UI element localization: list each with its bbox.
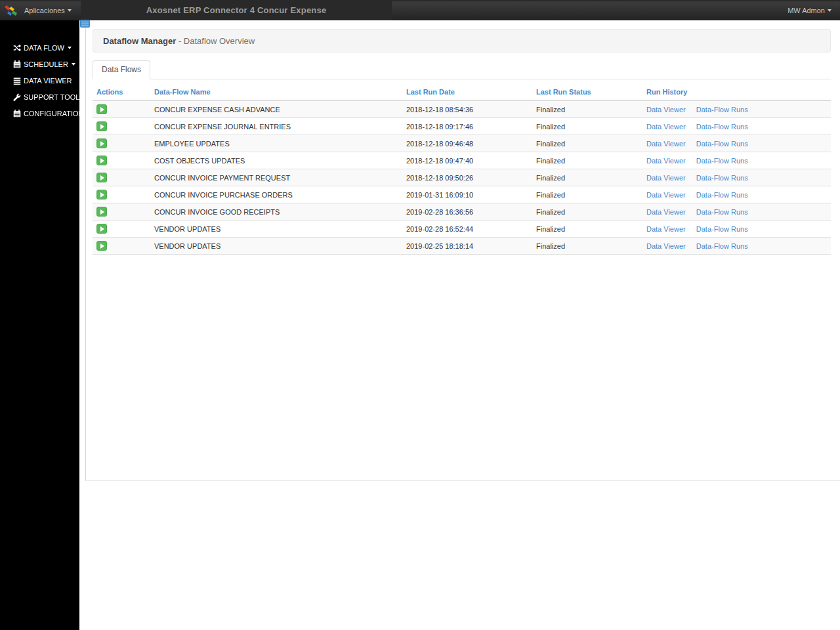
last-run-date-cell: 2019-02-25 18:18:14 [402,238,532,255]
run-dataflow-button[interactable] [96,207,107,217]
last-run-status-cell: Finalized [532,152,642,169]
data-flows-panel: Actions Data-Flow Name Last Run Date Las… [93,79,831,255]
play-icon [100,158,104,163]
page-subtitle: Dataflow Overview [184,36,255,46]
data-flow-runs-link[interactable]: Data-Flow Runs [696,191,748,199]
data-flow-runs-link[interactable]: Data-Flow Runs [696,242,748,250]
app-title: Axosnet ERP Connector 4 Concur Expense [146,5,327,15]
run-dataflow-button[interactable] [96,138,107,148]
chevron-down-icon [87,112,91,115]
dataflow-name-cell: CONCUR EXPENSE JOURNAL ENTRIES [150,118,402,135]
run-dataflow-button[interactable] [96,121,107,131]
play-icon [100,209,104,215]
last-run-status-cell: Finalized [532,238,642,255]
navbar-brand-panel: Axosnet ERP Connector 4 Concur Expense [81,0,392,20]
dataflow-name-cell: CONCUR INVOICE GOOD RECEIPTS [150,203,402,220]
data-viewer-link[interactable]: Data Viewer [646,106,686,114]
play-icon [100,124,104,129]
table-row: CONCUR EXPENSE JOURNAL ENTRIES 2018-12-1… [93,118,831,135]
data-viewer-link[interactable]: Data Viewer [646,140,686,148]
run-dataflow-button[interactable] [96,224,107,234]
run-dataflow-button[interactable] [96,173,107,182]
sidebar-item-support-tools[interactable]: SUPPORT TOOLS [0,89,79,105]
sidebar: DATA FLOW SCHEDULER DATA VIEWER SUPPORT … [0,0,79,630]
data-flow-runs-link[interactable]: Data-Flow Runs [696,106,748,114]
dataflow-name-cell: VENDOR UPDATES [150,220,402,238]
user-menu-label: MW Admon [788,7,825,14]
data-flow-runs-link[interactable]: Data-Flow Runs [696,225,748,233]
dataflow-name-cell: VENDOR UPDATES [150,238,402,255]
table-row: CONCUR INVOICE GOOD RECEIPTS 2019-02-28 … [93,203,831,220]
sidebar-toggle-button[interactable] [80,20,90,28]
chevron-down-icon [68,9,72,12]
chevron-down-icon [828,9,831,12]
tab-bar: Data Flows [93,60,831,79]
column-header-actions[interactable]: Actions [93,84,150,100]
last-run-date-cell: 2019-02-28 16:52:44 [402,220,532,238]
last-run-date-cell: 2019-02-28 16:36:56 [402,203,532,220]
dataflows-table: Actions Data-Flow Name Last Run Date Las… [93,84,831,255]
data-flow-runs-link[interactable]: Data-Flow Runs [696,140,748,148]
last-run-status-cell: Finalized [532,100,642,118]
chevron-down-icon [72,63,75,66]
play-icon [100,226,104,232]
column-header-dataflow-name[interactable]: Data-Flow Name [150,84,402,100]
last-run-status-cell: Finalized [532,135,642,152]
dataflow-name-cell: EMPLOYEE UPDATES [150,135,402,152]
data-flow-runs-link[interactable]: Data-Flow Runs [696,208,748,216]
run-dataflow-button[interactable] [96,190,107,200]
applications-menu-label: Aplicaciones [24,7,65,14]
data-viewer-link[interactable]: Data Viewer [646,225,686,233]
calendar-icon [13,60,21,68]
last-run-status-cell: Finalized [532,203,642,220]
last-run-date-cell: 2019-01-31 16:09:10 [402,186,532,203]
column-header-run-history[interactable]: Run History [642,84,831,100]
data-viewer-link[interactable]: Data Viewer [646,208,686,216]
last-run-date-cell: 2018-12-18 09:17:46 [402,118,532,135]
run-dataflow-button[interactable] [96,104,107,114]
data-flow-runs-link[interactable]: Data-Flow Runs [696,123,748,131]
list-icon [13,77,21,85]
page-title-separator: - [176,36,184,46]
column-header-last-run-date[interactable]: Last Run Date [402,84,532,100]
last-run-date-cell: 2018-12-18 09:46:48 [402,135,532,152]
data-viewer-link[interactable]: Data Viewer [646,157,686,165]
main-content: Dataflow Manager - Dataflow Overview Dat… [85,20,840,481]
run-dataflow-button[interactable] [96,156,107,165]
sidebar-item-label: DATA VIEWER [24,77,72,85]
shuffle-icon [13,44,21,52]
table-row: CONCUR EXPENSE CASH ADVANCE 2018-12-18 0… [93,100,831,118]
top-navbar: Axosnet ERP Connector 4 Concur Expense A… [0,0,840,20]
sidebar-item-data-flow[interactable]: DATA FLOW [0,39,79,56]
table-row: VENDOR UPDATES 2019-02-25 18:18:14 Final… [93,238,831,255]
table-row: CONCUR INVOICE PURCHASE ORDERS 2019-01-3… [93,186,831,203]
hamburger-icon [81,22,89,22]
axosnet-logo-icon [5,4,19,17]
sidebar-item-configuration[interactable]: CONFIGURATION [0,105,79,121]
last-run-date-cell: 2018-12-18 08:54:36 [402,100,532,118]
chevron-down-icon [68,47,72,49]
last-run-status-cell: Finalized [532,169,642,186]
table-row: VENDOR UPDATES 2019-02-28 16:52:44 Final… [93,220,831,238]
user-menu[interactable]: MW Admon [788,7,831,14]
last-run-status-cell: Finalized [532,220,642,238]
data-flow-runs-link[interactable]: Data-Flow Runs [696,174,748,182]
last-run-date-cell: 2018-12-18 09:47:40 [402,152,532,169]
column-header-last-run-status[interactable]: Last Run Status [532,84,642,100]
tab-data-flows[interactable]: Data Flows [93,60,150,79]
dataflow-name-cell: CONCUR EXPENSE CASH ADVANCE [150,100,402,118]
page-header: Dataflow Manager - Dataflow Overview [93,29,831,52]
data-viewer-link[interactable]: Data Viewer [646,191,686,199]
data-viewer-link[interactable]: Data Viewer [646,174,686,182]
applications-menu[interactable]: Aplicaciones [24,7,72,14]
sidebar-item-label: SCHEDULER [24,60,68,68]
data-viewer-link[interactable]: Data Viewer [646,123,686,131]
data-flow-runs-link[interactable]: Data-Flow Runs [696,157,748,165]
data-viewer-link[interactable]: Data Viewer [646,242,686,250]
sidebar-item-data-viewer[interactable]: DATA VIEWER [0,72,79,89]
sidebar-item-scheduler[interactable]: SCHEDULER [0,56,79,72]
table-row: COST OBJECTS UPDATES 2018-12-18 09:47:40… [93,152,831,169]
run-dataflow-button[interactable] [96,241,107,251]
dataflow-name-cell: COST OBJECTS UPDATES [150,152,402,169]
dataflow-name-cell: CONCUR INVOICE PAYMENT REQUEST [150,169,402,186]
